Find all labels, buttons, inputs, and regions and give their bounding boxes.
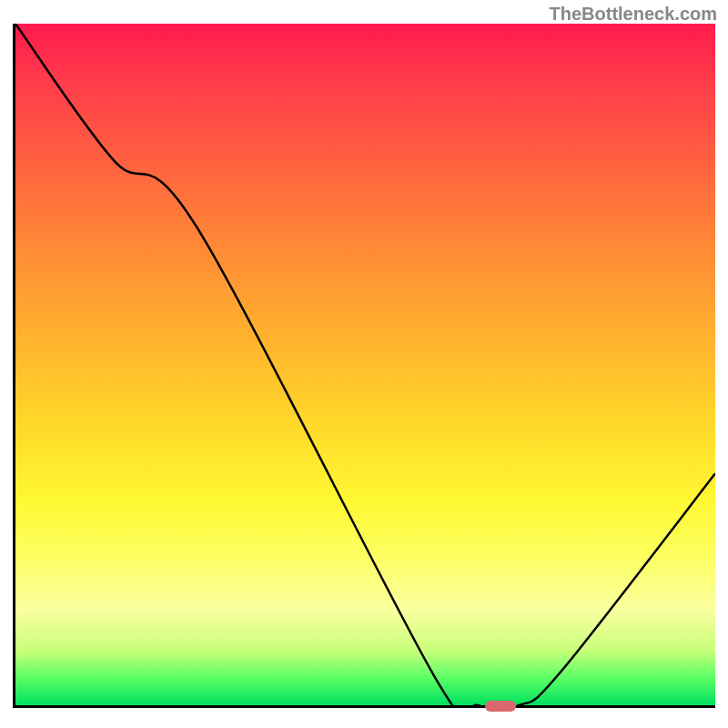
watermark-text: TheBottleneck.com <box>550 4 717 25</box>
plot-area <box>13 24 715 708</box>
optimal-marker <box>485 701 516 712</box>
bottleneck-curve <box>15 24 715 705</box>
